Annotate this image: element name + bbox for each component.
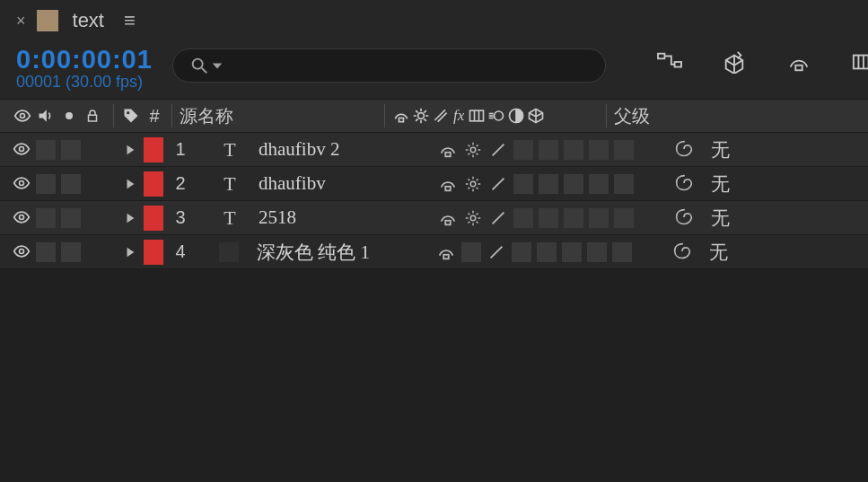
tab-title[interactable]: text <box>73 9 104 32</box>
shy-toggle[interactable] <box>438 140 458 160</box>
collapse-toggle[interactable] <box>461 242 481 262</box>
search-box[interactable] <box>172 48 606 83</box>
collapse-toggle[interactable] <box>463 208 483 228</box>
text-layer-icon: T <box>219 138 241 162</box>
layer-color-swatch[interactable] <box>144 171 163 197</box>
panel-menu-icon[interactable]: ≡ <box>124 9 136 32</box>
layer-name[interactable]: 深灰色 纯色 1 <box>257 240 436 265</box>
adjust-toggle[interactable] <box>587 242 607 262</box>
adjust-toggle[interactable] <box>589 140 609 160</box>
shy-toggle[interactable] <box>438 174 458 194</box>
collapse-toggle[interactable] <box>463 140 483 160</box>
twirl-icon[interactable] <box>122 244 138 260</box>
search-input[interactable] <box>224 57 589 74</box>
solo-toggle[interactable] <box>61 140 81 160</box>
frameblend-col-icon[interactable] <box>468 107 486 125</box>
svg-point-0 <box>193 59 203 69</box>
visibility-toggle[interactable] <box>13 242 32 262</box>
speaker-header-icon[interactable] <box>36 106 56 126</box>
label-header-icon[interactable] <box>121 106 141 126</box>
3d-col-icon[interactable] <box>527 107 545 125</box>
adjust-col-icon[interactable] <box>507 107 525 125</box>
quality-toggle[interactable] <box>487 242 506 262</box>
frameblend-toggle[interactable] <box>539 140 558 160</box>
solo-toggle[interactable] <box>61 242 81 262</box>
parent-value[interactable]: 无 <box>711 171 730 197</box>
index-header[interactable]: # <box>145 106 164 127</box>
pickwhip-icon[interactable] <box>675 140 695 160</box>
layer-color-swatch[interactable] <box>144 240 163 265</box>
3d-toggle[interactable] <box>612 242 632 262</box>
frame-blend-icon[interactable] <box>850 50 868 74</box>
layer-row[interactable]: 1Tdhaufibv 2无 <box>0 133 868 167</box>
audio-toggle[interactable] <box>36 208 56 228</box>
solo-toggle[interactable] <box>61 208 81 228</box>
layer-row[interactable]: 3T2518无 <box>0 201 868 235</box>
quality-col-icon[interactable] <box>432 107 450 125</box>
layer-name[interactable]: dhaufibv <box>259 172 438 195</box>
3d-toggle[interactable] <box>614 140 634 160</box>
pickwhip-icon[interactable] <box>673 242 693 262</box>
fx-toggle[interactable] <box>513 140 533 160</box>
draft3d-icon[interactable] <box>721 50 748 74</box>
parent-value[interactable]: 无 <box>709 240 728 265</box>
frameblend-toggle[interactable] <box>537 242 557 262</box>
solo-toggle[interactable] <box>61 174 81 194</box>
quality-toggle[interactable] <box>488 208 508 228</box>
3d-toggle[interactable] <box>614 174 634 194</box>
collapse-toggle[interactable] <box>463 174 483 194</box>
parent-header[interactable]: 父级 <box>614 104 695 128</box>
shy-toggle[interactable] <box>438 208 458 228</box>
fx-toggle[interactable] <box>513 208 533 228</box>
layer-name[interactable]: 2518 <box>259 206 438 229</box>
adjust-toggle[interactable] <box>589 208 609 228</box>
pickwhip-icon[interactable] <box>675 174 695 194</box>
source-name-header[interactable]: 源名称 <box>180 104 377 128</box>
parent-value[interactable]: 无 <box>711 137 730 162</box>
audio-toggle[interactable] <box>36 242 56 262</box>
motionblur-toggle[interactable] <box>564 140 583 160</box>
motionblur-col-icon[interactable] <box>487 107 505 125</box>
layer-color-swatch[interactable] <box>144 206 163 231</box>
fx-toggle[interactable] <box>513 174 533 194</box>
twirl-icon[interactable] <box>122 210 138 226</box>
fx-col-icon[interactable]: fx <box>453 107 464 125</box>
3d-toggle[interactable] <box>614 208 634 228</box>
switches-header: fx <box>392 107 599 125</box>
lock-header-icon[interactable] <box>83 106 102 126</box>
timecode[interactable]: 0:00:00:01 00001 (30.00 fps) <box>16 45 153 92</box>
layer-row[interactable]: 4深灰色 纯色 1无 <box>0 235 868 269</box>
layer-row[interactable]: 2Tdhaufibv无 <box>0 167 868 201</box>
motionblur-toggle[interactable] <box>564 208 583 228</box>
adjust-toggle[interactable] <box>589 174 609 194</box>
solid-swatch <box>219 242 239 262</box>
svg-point-15 <box>21 114 25 118</box>
motionblur-toggle[interactable] <box>564 174 583 194</box>
fx-toggle[interactable] <box>512 242 531 262</box>
motionblur-toggle[interactable] <box>562 242 582 262</box>
shy-col-icon[interactable] <box>392 107 410 125</box>
quality-toggle[interactable] <box>488 140 508 160</box>
comp-flowchart-icon[interactable] <box>656 50 683 74</box>
frameblend-toggle[interactable] <box>539 208 558 228</box>
solo-header-icon[interactable] <box>59 106 79 126</box>
tab-close[interactable]: × <box>16 13 26 29</box>
parent-value[interactable]: 无 <box>711 206 730 231</box>
audio-toggle[interactable] <box>36 140 56 160</box>
layer-name[interactable]: dhaufibv 2 <box>259 138 438 161</box>
frameblend-toggle[interactable] <box>539 174 558 194</box>
empty-area[interactable] <box>0 269 868 482</box>
layer-color-swatch[interactable] <box>144 137 163 162</box>
visibility-toggle[interactable] <box>13 140 32 160</box>
shy-toggle[interactable] <box>436 242 456 262</box>
collapse-col-icon[interactable] <box>412 107 430 125</box>
twirl-icon[interactable] <box>122 176 138 192</box>
shy-icon[interactable] <box>785 50 812 74</box>
audio-toggle[interactable] <box>36 174 56 194</box>
quality-toggle[interactable] <box>488 174 508 194</box>
pickwhip-icon[interactable] <box>675 208 695 228</box>
twirl-icon[interactable] <box>122 142 138 158</box>
eye-header-icon[interactable] <box>13 106 32 126</box>
visibility-toggle[interactable] <box>13 208 32 228</box>
visibility-toggle[interactable] <box>13 174 32 194</box>
